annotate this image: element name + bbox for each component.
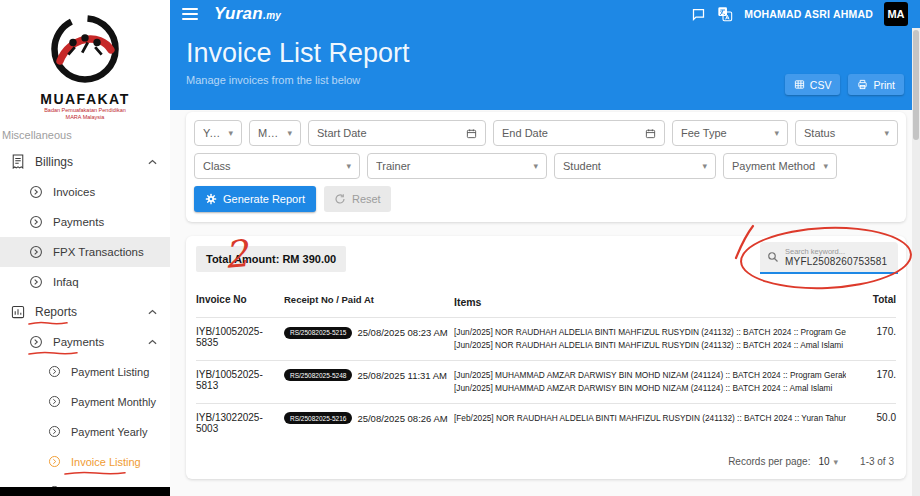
csv-button[interactable]: CSV: [785, 74, 841, 95]
sidebar-item-invoice-listing[interactable]: Invoice Listing: [0, 447, 170, 477]
chat-icon[interactable]: [691, 7, 706, 22]
end-date-input[interactable]: End Date: [493, 120, 665, 146]
generate-report-button[interactable]: Generate Report: [194, 186, 316, 212]
sidebar-item-reports[interactable]: Reports: [0, 297, 170, 327]
chevron-down-icon: ▾: [702, 161, 707, 171]
main-area: Yuran.my MOHAMAD ASRI AHMAD MA Invoice L…: [170, 0, 920, 496]
chevron-down-icon: ▾: [823, 161, 828, 171]
reset-label: Reset: [352, 193, 381, 205]
reset-button[interactable]: Reset: [324, 186, 391, 212]
search-input[interactable]: Search keyword... MYFL2508260753581: [760, 242, 898, 274]
scrollbar[interactable]: [912, 28, 920, 496]
chevron-up-icon: [148, 339, 157, 345]
chevron-down-icon: ▾: [774, 128, 779, 138]
sidebar: MUAFAKAT Badan Pemuafakatan Pendidikan M…: [0, 0, 170, 496]
trainer-select[interactable]: Trainer▾: [367, 153, 547, 179]
sidebar-item-billings[interactable]: Billings: [0, 147, 170, 177]
column-header-receipt: Receipt No / Paid At: [284, 294, 454, 310]
student-select[interactable]: Student▾: [554, 153, 716, 179]
year-select[interactable]: Year▾: [194, 120, 242, 146]
sidebar-footer-bar: [0, 487, 170, 496]
content-area: Year▾ Mon...▾ Start Date End Date Fee Ty…: [170, 110, 920, 496]
paid-at: 25/08/2025 08:26 AM: [357, 413, 447, 424]
invoice-no: IYB/10052025-5813: [196, 369, 284, 391]
total-amount-label: Total Amount:: [206, 253, 279, 265]
total-amount-value: RM 390.00: [282, 253, 336, 265]
gear-icon: [205, 193, 217, 205]
avatar[interactable]: MA: [884, 2, 908, 26]
arrow-circle-icon: [28, 185, 44, 199]
sidebar-item-label: Billings: [35, 155, 148, 169]
arrow-circle-icon: [46, 365, 62, 378]
sidebar-item-payments[interactable]: Payments: [0, 207, 170, 237]
brand-suffix: .my: [263, 10, 281, 21]
chevron-down-icon: ▾: [346, 161, 351, 171]
receipt-badge: RS/25082025-5248: [284, 369, 352, 381]
table-row: IYB/10052025-5835 RS/25082025-521525/08/…: [196, 317, 896, 360]
generate-report-label: Generate Report: [223, 193, 305, 205]
column-header-invoice-no: Invoice No: [196, 294, 284, 310]
muafakat-logo-icon: [48, 12, 122, 86]
print-button[interactable]: Print: [848, 74, 904, 95]
invoice-no: IYB/13022025-5003: [196, 412, 284, 434]
report-panel: Total Amount: RM 390.00 Search keyword..…: [186, 236, 906, 479]
sidebar-section-miscellaneous: Miscellaneous: [0, 121, 170, 141]
filter-actions: Generate Report Reset: [194, 186, 898, 212]
column-header-items: Items: [454, 294, 856, 310]
sidebar-item-label: Invoice Listing: [71, 456, 170, 468]
filter-row-2: Class▾ Trainer▾ Student▾ Payment Method▾: [194, 153, 898, 179]
search-icon: [767, 251, 779, 263]
sidebar-item-label: FPX Transactions: [53, 246, 170, 258]
annotation-tick: [732, 224, 756, 260]
table-header: Invoice No Receipt No / Paid At Items To…: [196, 290, 896, 317]
sidebar-item-label: Reports: [35, 305, 148, 319]
arrow-circle-icon: [28, 275, 44, 289]
reset-icon: [334, 193, 346, 205]
red-underline-annotation: [28, 350, 78, 356]
page-title: Invoice List Report: [186, 38, 904, 69]
translate-icon[interactable]: [717, 6, 733, 22]
sidebar-item-invoices[interactable]: Invoices: [0, 177, 170, 207]
page-header: Invoice List Report Manage invoices from…: [170, 28, 920, 110]
start-date-input[interactable]: Start Date: [308, 120, 486, 146]
brand-logo: Yuran.my: [214, 4, 281, 24]
payment-method-select[interactable]: Payment Method▾: [723, 153, 837, 179]
month-select[interactable]: Mon...▾: [249, 120, 301, 146]
arrow-circle-icon: [28, 215, 44, 229]
org-logo-title: MUAFAKAT: [0, 91, 170, 107]
print-button-label: Print: [873, 79, 895, 91]
row-total: 50.0: [856, 412, 896, 423]
sidebar-item-label: Payment Yearly: [71, 426, 170, 438]
filter-row-1: Year▾ Mon...▾ Start Date End Date Fee Ty…: [194, 120, 898, 146]
sidebar-item-infaq[interactable]: Infaq: [0, 267, 170, 297]
total-amount: Total Amount: RM 390.00: [196, 246, 346, 272]
menu-icon[interactable]: [182, 8, 198, 20]
topbar-right: MOHAMAD ASRI AHMAD MA: [691, 2, 908, 26]
pagination-range: 1-3 of 3: [860, 456, 894, 467]
scrollbar-thumb[interactable]: [913, 30, 919, 140]
calendar-icon: [645, 128, 656, 139]
arrow-circle-icon: [28, 245, 44, 259]
paid-at: 25/08/2025 08:23 AM: [357, 327, 447, 338]
arrow-circle-icon: [46, 425, 62, 438]
status-select[interactable]: Status▾: [795, 120, 898, 146]
sidebar-item-label: Payments: [53, 216, 170, 228]
sidebar-item-label: Payment Listing: [71, 366, 170, 378]
sidebar-item-label: Infaq: [53, 276, 170, 288]
sidebar-item-payments-group[interactable]: Payments: [0, 327, 170, 357]
row-total: 170.: [856, 326, 896, 337]
sidebar-item-payment-yearly[interactable]: Payment Yearly: [0, 417, 170, 447]
arrow-circle-icon: [28, 335, 44, 349]
class-select[interactable]: Class▾: [194, 153, 360, 179]
billings-icon: [10, 154, 26, 169]
sidebar-item-payment-listing[interactable]: Payment Listing: [0, 357, 170, 387]
items-cell: [Feb/2025] NOR RAUDHAH ALDELIA BINTI MAH…: [454, 412, 856, 425]
fee-type-select[interactable]: Fee Type▾: [672, 120, 788, 146]
chevron-up-icon: [148, 159, 157, 165]
sidebar-item-fpx-transactions[interactable]: FPX Transactions: [0, 237, 170, 267]
app-root: MUAFAKAT Badan Pemuafakatan Pendidikan M…: [0, 0, 920, 496]
csv-icon: [794, 79, 805, 90]
reports-icon: [10, 305, 26, 319]
records-per-page-select[interactable]: 10▾: [818, 456, 838, 467]
sidebar-item-payment-monthly[interactable]: Payment Monthly: [0, 387, 170, 417]
